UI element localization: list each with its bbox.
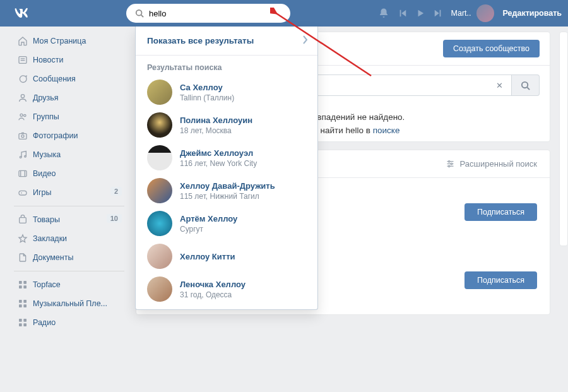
svg-point-0 <box>136 10 142 16</box>
camera-icon <box>18 131 33 141</box>
search-link[interactable]: поиске <box>373 126 400 135</box>
nav-friends[interactable]: Друзья <box>14 88 124 107</box>
star-icon <box>18 234 33 244</box>
svg-rect-21 <box>23 285 27 288</box>
next-track-icon[interactable] <box>434 9 442 18</box>
result-name: Са Хеллоу <box>180 83 234 92</box>
svg-rect-25 <box>23 304 27 307</box>
result-meta: 116 лет, New York City <box>180 159 257 168</box>
subscribe-button[interactable]: Подписаться <box>464 271 537 289</box>
search-result-item[interactable]: Артём Хеллоу Сургут <box>136 207 317 240</box>
close-icon: ✕ <box>496 81 503 90</box>
avatar <box>476 4 494 22</box>
app-icon <box>18 299 33 309</box>
svg-point-30 <box>522 81 528 87</box>
nav-documents[interactable]: Документы <box>14 248 124 267</box>
prev-track-icon[interactable] <box>398 9 407 18</box>
search-icon <box>521 81 530 90</box>
svg-line-31 <box>527 87 530 90</box>
nav-my-page[interactable]: Моя Страница <box>14 32 124 50</box>
result-name: Полина Хеллоуин <box>180 116 252 125</box>
svg-point-36 <box>451 163 453 165</box>
badge: 10 <box>107 214 122 223</box>
svg-rect-20 <box>19 285 22 288</box>
result-name: Джеймс Хеллоуэл <box>180 148 257 158</box>
edit-button[interactable]: Редактировать <box>503 9 562 18</box>
avatar <box>147 276 172 302</box>
svg-rect-9 <box>19 134 27 140</box>
svg-rect-13 <box>19 170 27 176</box>
search-result-item[interactable]: Джеймс Хеллоуэл 116 лет, New York City <box>136 141 317 174</box>
separator <box>14 271 124 271</box>
avatar <box>147 244 172 269</box>
result-meta: 31 год, Одесса <box>180 290 246 299</box>
nav-bookmarks[interactable]: Закладки <box>14 229 124 248</box>
market-icon <box>18 215 33 225</box>
results-section-label: Результаты поиска <box>136 56 317 76</box>
app-icon <box>18 280 33 290</box>
nav-market[interactable]: Товары10 <box>14 210 124 229</box>
svg-point-8 <box>24 114 26 116</box>
nav-games[interactable]: Игры2 <box>14 183 124 202</box>
nav-groups[interactable]: Группы <box>14 107 124 126</box>
search-result-item[interactable]: Полина Хеллоуин 18 лет, Москва <box>136 109 317 141</box>
nav-messages[interactable]: Сообщения <box>14 69 124 88</box>
search-box[interactable] <box>126 4 290 23</box>
svg-rect-26 <box>19 319 22 322</box>
svg-rect-22 <box>19 300 22 303</box>
nav-radio[interactable]: Радио <box>14 313 124 332</box>
nav-photos[interactable]: Фотографии <box>14 126 124 145</box>
svg-point-37 <box>448 165 450 167</box>
svg-rect-17 <box>20 218 27 223</box>
search-button[interactable] <box>512 74 540 96</box>
result-name: Леночка Хеллоу <box>180 280 246 289</box>
nav-music[interactable]: Музыка <box>14 145 124 164</box>
clear-button[interactable]: ✕ <box>488 74 512 96</box>
music-icon <box>18 150 33 160</box>
svg-point-6 <box>21 95 24 98</box>
nav-news[interactable]: Новости <box>14 50 124 69</box>
badge: 2 <box>110 187 122 196</box>
play-icon[interactable] <box>416 9 425 18</box>
result-meta: Tallinn (Таллин) <box>180 93 234 102</box>
show-all-results[interactable]: Показать все результаты <box>136 27 317 56</box>
subscribe-button[interactable]: Подписаться <box>464 203 537 221</box>
svg-line-1 <box>141 15 144 18</box>
search-result-item[interactable]: Са Хеллоу Tallinn (Таллин) <box>136 76 317 109</box>
users-icon <box>18 112 33 122</box>
svg-rect-19 <box>23 281 27 284</box>
svg-rect-14 <box>19 191 27 195</box>
right-rail <box>559 32 568 246</box>
result-meta: Сургут <box>180 225 237 234</box>
nav-topface[interactable]: Topface <box>14 275 124 294</box>
avatar <box>147 112 172 138</box>
document-icon <box>18 252 33 263</box>
vk-logo[interactable] <box>14 7 32 20</box>
nav-music-player[interactable]: Музыкальный Пле... <box>14 294 124 313</box>
user-name-short: Mart.. <box>451 9 471 18</box>
result-name: Хеллоу Давай-Дружить <box>180 181 275 191</box>
svg-point-10 <box>21 135 24 138</box>
create-community-button[interactable]: Создать сообщество <box>443 40 540 57</box>
app-header: Mart.. Редактировать <box>0 0 568 27</box>
user-menu[interactable]: Mart.. <box>451 4 494 22</box>
search-result-item[interactable]: Хеллоу Китти <box>136 240 317 273</box>
result-name: Артём Хеллоу <box>180 214 237 223</box>
avatar <box>147 80 172 105</box>
nav-video[interactable]: Видео <box>14 164 124 183</box>
separator <box>14 206 124 206</box>
search-result-item[interactable]: Хеллоу Давай-Дружить 115 лет, Нижний Таг… <box>136 174 317 207</box>
message-icon <box>18 74 33 84</box>
svg-rect-24 <box>19 304 22 307</box>
search-result-item[interactable]: Леночка Хеллоу 31 год, Одесса <box>136 273 317 309</box>
search-icon <box>135 9 144 18</box>
svg-point-12 <box>25 155 27 157</box>
result-meta: 115 лет, Нижний Тагил <box>180 192 275 201</box>
result-name: Хеллоу Китти <box>180 252 235 261</box>
search-input[interactable] <box>149 9 281 18</box>
home-icon <box>18 36 33 46</box>
user-icon <box>18 93 33 103</box>
svg-point-11 <box>20 157 21 158</box>
notifications-icon[interactable] <box>378 8 389 19</box>
svg-rect-28 <box>19 323 22 326</box>
